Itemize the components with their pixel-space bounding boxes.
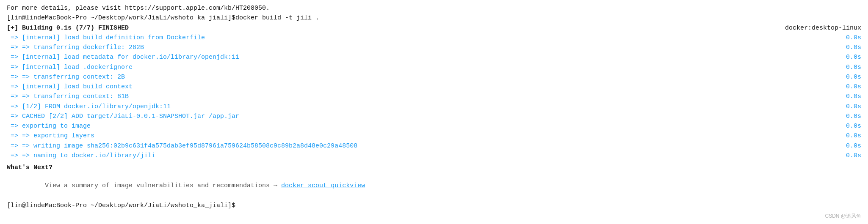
line-text: [+] Building 0.1s (7/7) FINISHED [7, 23, 777, 33]
final-prompt-line: [lin@lindeMacBook-Pro ~/Desktop/work/Jia… [7, 201, 861, 210]
line-text: => [internal] load .dockerignore [7, 63, 827, 72]
terminal-line: => => writing image sha256:02b9c631f4a57… [7, 141, 861, 151]
line-text: => => exporting layers [7, 131, 827, 141]
terminal-line: => => exporting layers 0.0s [7, 131, 861, 141]
line-text: => => transferring context: 2B [7, 72, 827, 82]
line-text: => => writing image sha256:02b9c631f4a57… [7, 141, 827, 151]
terminal-line: => [1/2] FROM docker.io/library/openjdk:… [7, 102, 861, 112]
line-timing: 0.0s [827, 43, 861, 52]
final-prompt: [lin@lindeMacBook-Pro ~/Desktop/work/Jia… [7, 201, 861, 210]
docker-scout-link[interactable]: docker scout quickview [281, 182, 365, 189]
terminal-line: => [internal] load build definition from… [7, 33, 861, 43]
line-text: [lin@lindeMacBook-Pro ~/Desktop/work/Jia… [7, 13, 827, 23]
line-text: => => transferring context: 81B [7, 92, 827, 101]
line-timing: 0.0s [827, 33, 861, 43]
whats-next-header: What's Next? [7, 164, 861, 171]
line-text: => [1/2] FROM docker.io/library/openjdk:… [7, 102, 827, 112]
line-text: => exporting to image [7, 121, 827, 131]
watermark: CSDN @追风鱼 [825, 213, 861, 220]
terminal-output: For more details, please visit https://s… [7, 3, 861, 210]
whats-next-title: What's Next? [7, 164, 53, 171]
terminal-line: => [internal] load .dockerignore 0.0s [7, 63, 861, 72]
line-timing: 0.0s [827, 102, 861, 112]
whats-next-text: View a summary of image vulnerabilities … [7, 171, 365, 201]
terminal-line: For more details, please visit https://s… [7, 3, 861, 13]
terminal-line: => [internal] load metadata for docker.i… [7, 52, 861, 62]
line-timing: 0.0s [827, 121, 861, 131]
line-timing: 0.0s [827, 112, 861, 121]
line-timing: 0.0s [827, 52, 861, 62]
line-text: => [internal] load build context [7, 82, 827, 92]
terminal-line: [lin@lindeMacBook-Pro ~/Desktop/work/Jia… [7, 13, 861, 23]
line-timing: 0.0s [827, 72, 861, 82]
terminal-line: => [internal] load build context 0.0s [7, 82, 861, 92]
line-text: => [internal] load metadata for docker.i… [7, 52, 827, 62]
line-platform: docker:desktop-linux [777, 23, 861, 33]
terminal-line: => => transferring context: 81B 0.0s [7, 92, 861, 101]
line-timing: 0.0s [827, 141, 861, 151]
line-text: => => naming to docker.io/library/jili [7, 151, 827, 161]
terminal-line: => => transferring dockerfile: 282B 0.0s [7, 43, 861, 52]
terminal-line: => => naming to docker.io/library/jili 0… [7, 151, 861, 161]
whats-next-static: View a summary of image vulnerabilities … [37, 182, 281, 189]
line-timing: 0.0s [827, 131, 861, 141]
terminal-line: => => transferring context: 2B 0.0s [7, 72, 861, 82]
whats-next-section: What's Next? View a summary of image vul… [7, 164, 861, 201]
terminal-line-cached: => CACHED [2/2] ADD target/JiaLi-0.0.1-S… [7, 112, 861, 121]
line-text: => CACHED [2/2] ADD target/JiaLi-0.0.1-S… [7, 112, 827, 121]
whats-next-body: View a summary of image vulnerabilities … [7, 171, 861, 201]
line-text: => => transferring dockerfile: 282B [7, 43, 827, 52]
terminal-line-building: [+] Building 0.1s (7/7) FINISHED docker:… [7, 23, 861, 33]
line-timing: 0.0s [827, 63, 861, 72]
line-text: For more details, please visit https://s… [7, 3, 827, 13]
line-timing: 0.0s [827, 92, 861, 101]
terminal-line-export-image: => exporting to image 0.0s [7, 121, 861, 131]
line-timing: 0.0s [827, 82, 861, 92]
line-timing: 0.0s [827, 151, 861, 161]
line-text: => [internal] load build definition from… [7, 33, 827, 43]
